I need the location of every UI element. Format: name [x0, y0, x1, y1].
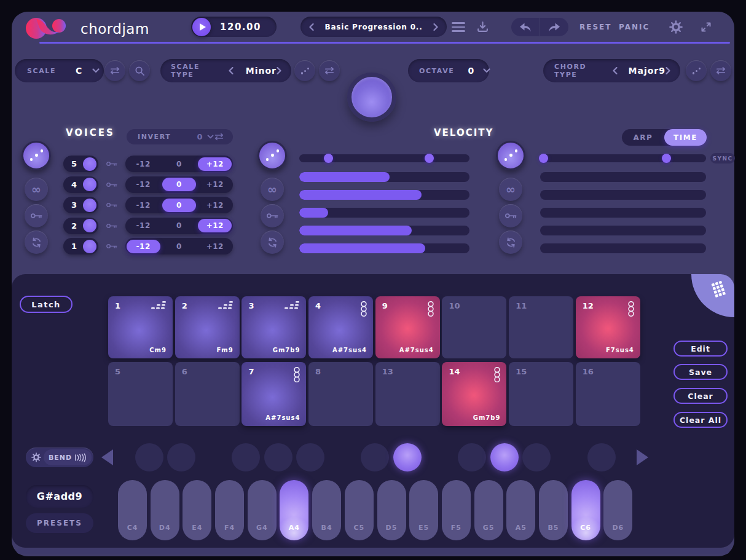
key-lock-button[interactable] — [25, 204, 48, 227]
piano-white-key[interactable]: G5 — [474, 480, 503, 540]
panic-button[interactable]: PANIC — [619, 23, 650, 31]
chord-pad[interactable]: 5 — [108, 362, 173, 426]
piano-white-key[interactable]: C6 — [571, 480, 600, 540]
piano-black-key[interactable] — [264, 443, 293, 471]
scale-type-random-button[interactable] — [294, 60, 315, 81]
piano-black-key[interactable] — [167, 443, 195, 471]
redo-button[interactable] — [540, 18, 568, 36]
key-icon[interactable] — [106, 202, 118, 208]
segment-option[interactable]: -12 — [127, 178, 160, 191]
chord-type-swap-button[interactable] — [710, 60, 731, 81]
loop-refresh-button[interactable] — [261, 231, 284, 254]
chord-pad[interactable]: 9 A#7sus4 — [375, 296, 440, 358]
bpm-display[interactable]: 120.00 — [211, 22, 277, 33]
piano-white-key[interactable]: E5 — [409, 480, 438, 540]
piano-white-key[interactable]: F4 — [215, 480, 244, 540]
piano-black-key[interactable] — [361, 443, 389, 471]
loop-refresh-button[interactable] — [25, 231, 48, 254]
time-range-slider[interactable] — [540, 154, 706, 162]
preset-name[interactable]: Basic Progression 0.. — [314, 23, 433, 31]
segment-option[interactable]: +12 — [198, 240, 232, 253]
scale-type-prev[interactable] — [229, 67, 234, 74]
piano-white-key[interactable]: B5 — [539, 480, 568, 540]
range-handle[interactable] — [539, 154, 548, 163]
presets-button[interactable]: PRESETS — [26, 513, 93, 533]
piano-black-key[interactable] — [587, 443, 616, 471]
velocity-range-slider[interactable] — [299, 154, 469, 162]
chord-pad[interactable]: 14 Gm7b9 — [442, 362, 506, 426]
clear-button[interactable]: Clear — [673, 388, 728, 404]
piano-white-key[interactable]: D4 — [151, 480, 179, 540]
segment-option[interactable]: +12 — [198, 199, 232, 212]
chord-pad[interactable]: 8 — [308, 362, 373, 426]
random-knob[interactable] — [496, 141, 525, 170]
clear-all-button[interactable]: Clear All — [673, 412, 728, 428]
key-lock-button[interactable] — [261, 204, 284, 227]
chord-pad[interactable]: 11 — [509, 296, 573, 358]
chord-type-prev[interactable] — [613, 67, 618, 74]
chord-pad[interactable]: 12 F7sus4 — [576, 296, 640, 358]
piano-black-key[interactable] — [393, 443, 422, 471]
keyboard-scroll-right-button[interactable] — [637, 449, 648, 465]
key-icon[interactable] — [106, 223, 118, 229]
segment-option[interactable]: 0 — [162, 157, 196, 171]
gear-icon[interactable] — [669, 20, 683, 34]
preset-prev-button[interactable] — [309, 23, 314, 31]
pad-mode-corner-button[interactable] — [691, 274, 734, 317]
scale-swap-button[interactable] — [104, 60, 125, 81]
voice-toggle[interactable]: 3 — [63, 197, 98, 213]
piano-white-key[interactable]: A4 — [280, 480, 308, 540]
invert-swap-icon[interactable] — [214, 133, 224, 141]
piano-white-key[interactable]: C4 — [118, 480, 147, 540]
download-icon[interactable] — [476, 20, 489, 33]
tab-time[interactable]: TIME — [664, 129, 707, 146]
piano-white-key[interactable]: F5 — [442, 480, 471, 540]
chord-pad[interactable]: 1 Cm9 — [108, 296, 173, 358]
scale-type-control[interactable]: SCALE TYPE Minor — [160, 59, 291, 82]
piano-white-key[interactable]: G4 — [248, 480, 277, 540]
chord-type-next[interactable] — [666, 67, 670, 74]
search-icon[interactable] — [129, 60, 150, 81]
invert-control[interactable]: INVERT 0 — [127, 129, 233, 144]
chord-pad[interactable]: 10 — [442, 296, 506, 358]
infinity-button[interactable]: ∞ — [499, 178, 522, 201]
piano-white-key[interactable]: A5 — [506, 480, 535, 540]
segment-option[interactable]: -12 — [127, 157, 160, 171]
slider-track[interactable] — [299, 208, 469, 218]
piano-white-key[interactable]: C5 — [345, 480, 374, 540]
segment-option[interactable]: -12 — [127, 199, 160, 212]
save-button[interactable]: Save — [673, 364, 728, 380]
chord-type-random-button[interactable] — [686, 60, 707, 81]
slider-track[interactable] — [299, 243, 469, 253]
menu-icon[interactable] — [452, 22, 465, 32]
voice-toggle[interactable]: 2 — [63, 218, 98, 234]
play-button[interactable] — [192, 18, 211, 36]
scale-control[interactable]: SCALE C — [15, 59, 104, 82]
main-knob[interactable] — [347, 73, 396, 122]
chord-pad[interactable]: 7 A#7sus4 — [241, 362, 306, 426]
segment-option[interactable]: +12 — [198, 219, 232, 232]
slider-track[interactable] — [540, 243, 706, 253]
random-knob[interactable] — [22, 141, 51, 170]
piano-black-key[interactable] — [135, 443, 163, 471]
gear-icon[interactable] — [31, 452, 41, 462]
key-icon[interactable] — [106, 181, 118, 188]
infinity-button[interactable]: ∞ — [25, 178, 48, 201]
segment-option[interactable]: +12 — [198, 157, 232, 171]
scale-type-next[interactable] — [277, 67, 281, 74]
slider-track[interactable] — [540, 190, 706, 200]
piano-black-key[interactable] — [490, 443, 519, 471]
undo-button[interactable] — [511, 18, 540, 36]
segment-option[interactable]: 0 — [162, 219, 196, 232]
piano-white-key[interactable]: D5 — [377, 480, 406, 540]
slider-track[interactable] — [299, 190, 469, 200]
slider-track[interactable] — [540, 208, 706, 218]
chord-pad[interactable]: 13 — [375, 362, 440, 426]
slider-track[interactable] — [540, 226, 706, 235]
key-lock-button[interactable] — [499, 204, 522, 227]
piano-white-key[interactable]: E4 — [183, 480, 211, 540]
segment-option[interactable]: 0 — [162, 240, 196, 253]
bend-control[interactable]: BEND — [26, 448, 93, 467]
chord-pad[interactable]: 4 A#7sus4 — [308, 296, 373, 358]
reset-button[interactable]: RESET — [579, 23, 611, 31]
